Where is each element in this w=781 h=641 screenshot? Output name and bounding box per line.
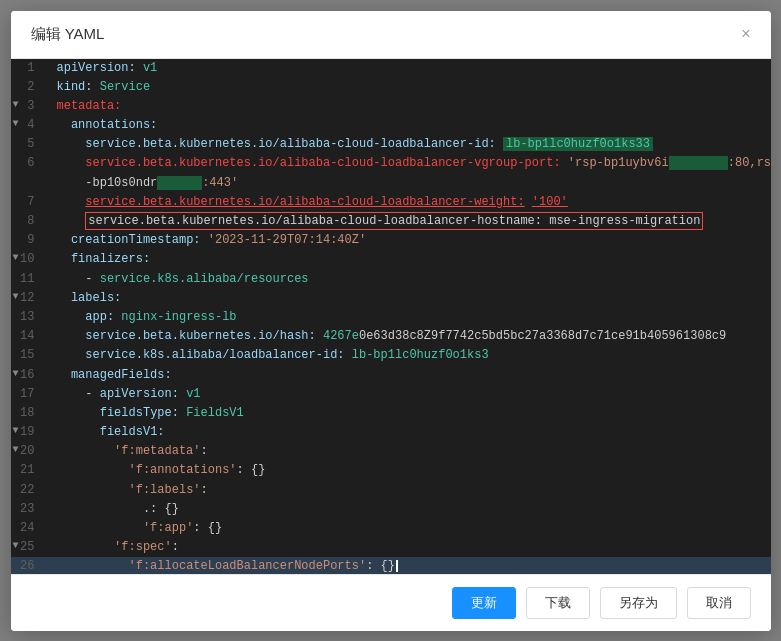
code-line: ▼25 'f:spec':: [11, 538, 771, 557]
code-line: ▼19 fieldsV1:: [11, 423, 771, 442]
save-as-button[interactable]: 另存为: [600, 587, 677, 619]
download-button[interactable]: 下载: [526, 587, 590, 619]
dialog-title: 编辑 YAML: [31, 25, 105, 44]
code-line: 6 service.beta.kubernetes.io/alibaba-clo…: [11, 154, 771, 192]
code-line-active: 26 'f:allocateLoadBalancerNodePorts': {}: [11, 557, 771, 573]
code-line: 7 service.beta.kubernetes.io/alibaba-clo…: [11, 193, 771, 212]
code-line: 11 - service.k8s.alibaba/resources: [11, 270, 771, 289]
code-line: 2 kind: Service: [11, 78, 771, 97]
code-line: 9 creationTimestamp: '2023-11-29T07:14:4…: [11, 231, 771, 250]
dialog-header: 编辑 YAML ×: [11, 11, 771, 59]
code-line: 8 service.beta.kubernetes.io/alibaba-clo…: [11, 212, 771, 231]
code-line: 14 service.beta.kubernetes.io/hash: 4267…: [11, 327, 771, 346]
code-line: 18 fieldsType: FieldsV1: [11, 404, 771, 423]
yaml-editor-body: 1 apiVersion: v1 2 kind: Service ▼3 meta…: [11, 59, 771, 574]
code-line: 23 .: {}: [11, 500, 771, 519]
code-line: ▼12 labels:: [11, 289, 771, 308]
cancel-button[interactable]: 取消: [687, 587, 751, 619]
code-line: ▼16 managedFields:: [11, 366, 771, 385]
code-line: ▼4 annotations:: [11, 116, 771, 135]
code-line: ▼10 finalizers:: [11, 250, 771, 269]
code-line: ▼20 'f:metadata':: [11, 442, 771, 461]
code-line: 21 'f:annotations': {}: [11, 461, 771, 480]
code-line: ▼3 metadata:: [11, 97, 771, 116]
code-line: 1 apiVersion: v1: [11, 59, 771, 78]
code-editor[interactable]: 1 apiVersion: v1 2 kind: Service ▼3 meta…: [11, 59, 771, 574]
code-line: 22 'f:labels':: [11, 481, 771, 500]
code-line: 5 service.beta.kubernetes.io/alibaba-clo…: [11, 135, 771, 154]
yaml-editor-dialog: 编辑 YAML × 1 apiVersion: v1 2 kind: Servi…: [11, 11, 771, 631]
update-button[interactable]: 更新: [452, 587, 516, 619]
close-icon[interactable]: ×: [741, 26, 750, 42]
code-line: 15 service.k8s.alibaba/loadbalancer-id: …: [11, 346, 771, 365]
code-line: 24 'f:app': {}: [11, 519, 771, 538]
dialog-footer: 更新 下载 另存为 取消: [11, 574, 771, 631]
code-line: 13 app: nginx-ingress-lb: [11, 308, 771, 327]
code-line: 17 - apiVersion: v1: [11, 385, 771, 404]
